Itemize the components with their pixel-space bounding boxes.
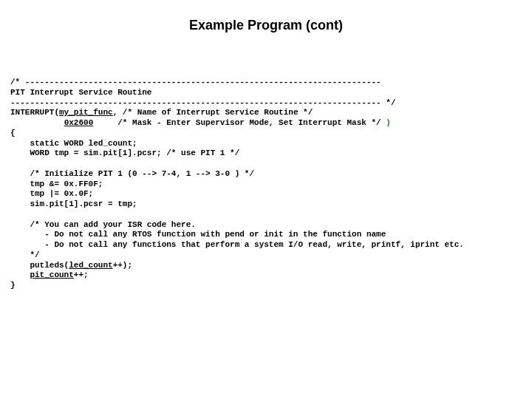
slide-title: Example Program (cont) — [10, 18, 522, 33]
code-line: - Do not call any functions that perform… — [10, 240, 464, 249]
underline-mask: 0x2600 — [64, 118, 94, 127]
code-line: } — [10, 281, 16, 290]
underline-pit-count: pit_count — [30, 270, 73, 279]
code-line: INTERRUPT(my_pit_func, /* Name of Interr… — [10, 108, 313, 117]
code-line: putleds(led_count++); — [10, 261, 132, 270]
code-line: sim.pit[1].pcsr = tmp; — [10, 200, 137, 208]
code-line: PIT Interrupt Service Routine — [10, 88, 151, 97]
slide: Example Program (cont) /* --------------… — [0, 0, 532, 399]
code-line: pit_count++; — [10, 270, 89, 279]
code-line: /* -------------------------------------… — [10, 78, 381, 86]
code-line: /* You can add your ISR code here. — [10, 220, 196, 229]
code-line: /* Initialize PIT 1 (0 --> 7-4, 1 --> 3-… — [10, 169, 254, 178]
closing-paren: ) — [386, 118, 391, 127]
code-line: tmp |= 0x.0F; — [10, 189, 93, 198]
underline-led-count: led_count — [69, 261, 112, 270]
code-line: tmp &= 0x.FF0F; — [10, 180, 103, 188]
code-line: */ — [10, 250, 40, 259]
code-line: - Do not call any RTOS function with pen… — [10, 230, 386, 239]
code-line: 0x2600 /* Mask - Enter Supervisor Mode, … — [10, 118, 391, 127]
code-block: /* -------------------------------------… — [10, 78, 522, 291]
code-line: static WORD led_count; — [10, 139, 137, 148]
code-line: ----------------------------------------… — [10, 98, 396, 107]
code-line: { — [10, 129, 16, 137]
code-line: WORD tmp = sim.pit[1].pcsr; /* use PIT 1… — [10, 149, 239, 157]
underline-func-name: my_pit_func — [59, 108, 113, 117]
